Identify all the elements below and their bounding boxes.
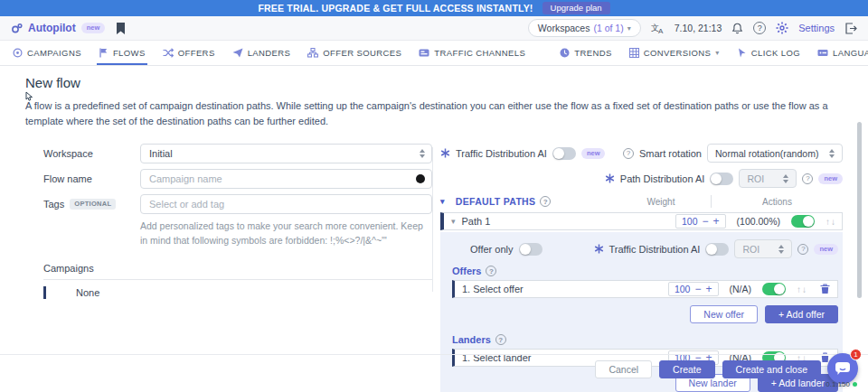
path-ai-metric-select[interactable]: ROI: [739, 169, 797, 188]
weight-plus-button[interactable]: +: [705, 284, 712, 294]
translate-icon[interactable]: 文A: [651, 23, 665, 34]
default-paths-help-icon[interactable]: ?: [540, 196, 551, 207]
nav-click-log[interactable]: CLICK LOG: [737, 41, 800, 65]
flow-color-dot[interactable]: [416, 174, 425, 183]
status-dot: [853, 382, 857, 387]
path-ai-help-icon[interactable]: ?: [802, 173, 813, 184]
trash-icon[interactable]: [820, 284, 830, 294]
nav-languages[interactable]: LANGUAGES: [817, 41, 868, 65]
tags-help-text: Add personalized tags to make your searc…: [140, 219, 432, 248]
nav-trends[interactable]: TRENDS: [560, 41, 611, 65]
chevron-down-icon: ▾: [627, 24, 631, 33]
flow-name-label: Flow name: [43, 173, 140, 184]
path-name: Path 1: [462, 216, 491, 227]
flow-name-input[interactable]: [140, 169, 432, 189]
create-button[interactable]: Create: [659, 360, 715, 378]
offer-row[interactable]: 1. Select offer 100 − + (N/A) ↑↓: [452, 280, 838, 298]
logout-icon[interactable]: [844, 23, 857, 34]
trial-banner-text: FREE TRIAL. UPGRADE & GET FULL ACCESS IN…: [258, 3, 533, 14]
bookmark-icon[interactable]: [116, 23, 126, 34]
nav-conversions[interactable]: CONVERSIONS ▾: [629, 41, 720, 65]
sitemap-icon: [307, 48, 318, 58]
nav-campaigns[interactable]: CAMPAIGNS: [13, 41, 81, 65]
nav-label: OFFERS: [178, 48, 215, 58]
nav-offer-sources[interactable]: OFFER SOURCES: [307, 41, 401, 65]
nav-landers[interactable]: LANDERS: [232, 41, 291, 65]
weight-minus-button[interactable]: −: [703, 216, 709, 227]
traffic-ai-help-icon[interactable]: ?: [797, 244, 808, 255]
path-row[interactable]: ▾ Path 1 100 − + (100.00%) ↑↓: [440, 212, 843, 230]
settings-link[interactable]: Settings: [798, 23, 835, 33]
cursor-icon: [737, 48, 747, 58]
cancel-button[interactable]: Cancel: [595, 360, 652, 378]
landers-help-icon[interactable]: ?: [495, 334, 506, 345]
weight-minus-button[interactable]: −: [694, 284, 701, 294]
clock-datetime: 7.10, 21:13: [675, 23, 722, 33]
create-and-close-button[interactable]: Create and close: [722, 360, 821, 378]
traffic-ai-toggle[interactable]: [552, 147, 576, 160]
new-offer-button[interactable]: New offer: [690, 305, 758, 323]
page-title: New flow: [25, 75, 843, 90]
workspace-select[interactable]: Initial: [140, 144, 432, 163]
workspaces-count: (1 of 1): [593, 23, 623, 33]
offer-weight-control: 100 − +: [668, 282, 719, 296]
chevron-down-icon: ▾: [451, 217, 456, 226]
nav-label: OFFER SOURCES: [323, 48, 401, 58]
chevron-down-icon: ▾: [440, 197, 445, 206]
offer-enabled-toggle[interactable]: [762, 283, 786, 295]
ai-sparkle-icon: [594, 244, 604, 254]
add-offer-button[interactable]: + Add offer: [765, 305, 838, 323]
offer-only-label: Offer only: [470, 244, 514, 255]
settings-gear-icon[interactable]: [776, 22, 788, 34]
campaigns-row: None: [43, 286, 432, 299]
weight-plus-button[interactable]: +: [713, 216, 720, 227]
ai-sparkle-icon: [605, 173, 615, 183]
campaigns-value: None: [76, 287, 99, 298]
tags-input[interactable]: [140, 194, 432, 214]
default-paths-header[interactable]: ▾ DEFAULT PATHS ?: [440, 196, 551, 207]
page-description: A flow is a predefined set of campaign d…: [25, 98, 843, 129]
nav-flows[interactable]: FLOWS: [99, 41, 146, 65]
move-up-down-icons[interactable]: ↑↓: [826, 217, 836, 227]
smart-rotation-label: Smart rotation: [639, 148, 702, 159]
smart-rotation-select[interactable]: Normal rotation(random): [707, 144, 843, 163]
upgrade-plan-button[interactable]: Upgrade plan: [542, 2, 610, 14]
select-stepper-icon: [783, 174, 788, 183]
campaigns-section: Campaigns None: [43, 263, 432, 299]
scrollbar-thumb[interactable]: [857, 122, 862, 298]
path-ai-toggle[interactable]: [710, 173, 733, 185]
new-badge: new: [818, 173, 843, 184]
landers-section-label: Landers: [452, 334, 491, 345]
footer-divider: [0, 354, 868, 355]
path-enabled-toggle[interactable]: [791, 215, 815, 228]
path-traffic-ai-label: Traffic Distribution AI: [609, 244, 701, 255]
nav-label: CAMPAIGNS: [27, 48, 81, 58]
offers-section-label: Offers: [452, 266, 481, 276]
path-traffic-ai-toggle[interactable]: [705, 243, 729, 256]
billboard-icon: [419, 48, 429, 58]
new-badge: new: [814, 244, 838, 255]
path-weight-value[interactable]: 100: [682, 216, 698, 227]
nav-label: FLOWS: [113, 48, 146, 58]
brand[interactable]: Autopilot new: [11, 22, 105, 34]
trial-banner: FREE TRIAL. UPGRADE & GET FULL ACCESS IN…: [0, 0, 868, 16]
help-icon[interactable]: ?: [753, 22, 766, 34]
offer-only-toggle[interactable]: [519, 243, 542, 256]
ai-sparkle-icon: [440, 148, 450, 158]
offers-help-icon[interactable]: ?: [486, 266, 496, 276]
new-badge: new: [581, 148, 606, 159]
path-traffic-ai-metric-select[interactable]: ROI: [734, 239, 792, 258]
smart-rotation-value: Normal rotation(random): [715, 148, 818, 159]
workspaces-dropdown[interactable]: Workspaces (1 of 1) ▾: [528, 19, 641, 37]
metric-value: ROI: [742, 244, 760, 255]
smart-rotation-help-icon[interactable]: ?: [623, 148, 634, 159]
brand-new-badge: new: [81, 23, 106, 33]
move-up-down-icons[interactable]: ↑↓: [797, 285, 807, 294]
nav-label: LANGUAGES: [833, 48, 868, 58]
weight-column-header: Weight: [611, 197, 711, 207]
notifications-bell-icon[interactable]: [731, 23, 743, 34]
select-stepper-icon: [420, 149, 425, 158]
nav-offers[interactable]: OFFERS: [163, 41, 215, 65]
nav-traffic-channels[interactable]: TRAFFIC CHANNELS: [419, 41, 525, 65]
offer-weight-value[interactable]: 100: [675, 284, 691, 294]
